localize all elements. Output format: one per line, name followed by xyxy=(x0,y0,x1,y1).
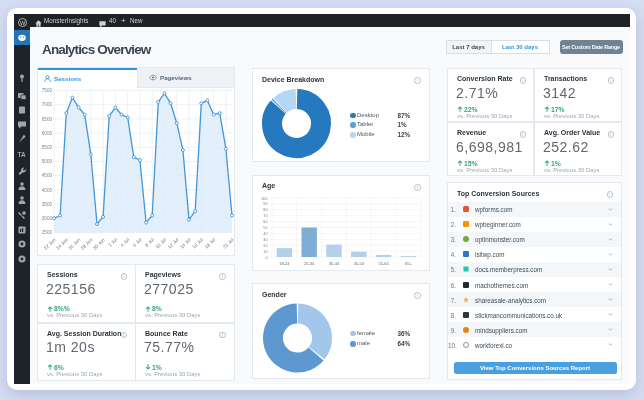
svg-text:14 Jul: 14 Jul xyxy=(179,237,192,250)
svg-text:90: 90 xyxy=(263,202,267,206)
svg-text:65+: 65+ xyxy=(405,261,412,266)
svg-text:4 Jul: 4 Jul xyxy=(120,237,131,248)
svg-text:18-24: 18-24 xyxy=(279,261,290,266)
svg-text:5500: 5500 xyxy=(42,145,53,150)
svg-text:24 Jun: 24 Jun xyxy=(55,236,69,250)
svg-text:80: 80 xyxy=(263,208,267,212)
svg-text:W: W xyxy=(20,20,26,26)
svg-text:10 Jul: 10 Jul xyxy=(155,237,168,250)
svg-text:5000: 5000 xyxy=(42,159,53,164)
svg-text:45-54: 45-54 xyxy=(354,261,365,266)
svg-text:4000: 4000 xyxy=(42,187,53,192)
svg-text:50: 50 xyxy=(263,226,267,230)
svg-text:70: 70 xyxy=(263,214,267,218)
svg-text:30 Jun: 30 Jun xyxy=(92,236,106,250)
svg-text:25-34: 25-34 xyxy=(304,261,315,266)
svg-text:100: 100 xyxy=(261,197,267,201)
svg-text:20: 20 xyxy=(263,244,267,248)
svg-text:16 Jul: 16 Jul xyxy=(191,237,204,250)
svg-text:3500: 3500 xyxy=(42,201,53,206)
svg-text:7500: 7500 xyxy=(42,88,53,93)
svg-text:6500: 6500 xyxy=(42,116,53,121)
svg-text:35-44: 35-44 xyxy=(329,261,340,266)
svg-text:10: 10 xyxy=(263,250,267,254)
svg-text:3000: 3000 xyxy=(42,216,53,221)
svg-text:2500: 2500 xyxy=(42,230,53,235)
svg-text:28 Jun: 28 Jun xyxy=(80,236,94,250)
svg-text:22 Jun: 22 Jun xyxy=(43,236,57,250)
svg-text:2 Jul: 2 Jul xyxy=(107,237,118,248)
svg-text:40: 40 xyxy=(263,232,267,236)
svg-text:60: 60 xyxy=(263,220,267,224)
svg-text:21 Jul: 21 Jul xyxy=(222,237,234,250)
svg-text:12 Jul: 12 Jul xyxy=(167,237,180,250)
svg-text:26 Jun: 26 Jun xyxy=(68,236,82,250)
svg-text:30: 30 xyxy=(263,238,267,242)
svg-text:6 Jul: 6 Jul xyxy=(132,237,143,248)
svg-text:6000: 6000 xyxy=(42,130,53,135)
svg-text:TA: TA xyxy=(17,150,25,157)
svg-text:18 Jul: 18 Jul xyxy=(204,237,217,250)
svg-text:4500: 4500 xyxy=(42,173,53,178)
svg-text:0: 0 xyxy=(265,256,267,260)
svg-text:7000: 7000 xyxy=(42,102,53,107)
svg-text:55-64: 55-64 xyxy=(378,261,389,266)
